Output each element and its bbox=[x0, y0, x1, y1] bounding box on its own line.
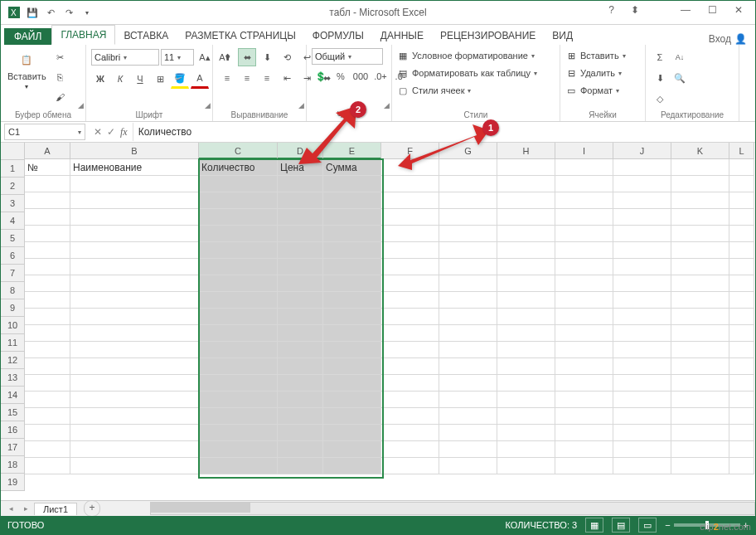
row-header[interactable]: 9 bbox=[1, 299, 25, 317]
cell[interactable] bbox=[497, 159, 555, 176]
cell[interactable] bbox=[613, 375, 671, 392]
cell[interactable] bbox=[323, 358, 381, 375]
cell[interactable] bbox=[497, 425, 555, 441]
cell[interactable] bbox=[729, 441, 754, 458]
comma-icon[interactable]: 000 bbox=[351, 67, 370, 85]
cell[interactable] bbox=[199, 275, 278, 292]
cell[interactable] bbox=[25, 176, 70, 192]
cell[interactable] bbox=[323, 325, 381, 342]
cell[interactable] bbox=[439, 458, 497, 474]
row-header[interactable]: 17 bbox=[1, 439, 25, 456]
tab-formulas[interactable]: ФОРМУЛЫ bbox=[304, 27, 372, 45]
cell[interactable] bbox=[70, 292, 199, 309]
cell[interactable] bbox=[323, 192, 381, 209]
cell[interactable] bbox=[729, 259, 754, 275]
cell[interactable] bbox=[381, 209, 439, 226]
autosum-icon[interactable]: Σ bbox=[651, 48, 669, 66]
cell[interactable] bbox=[199, 176, 278, 192]
view-normal-icon[interactable]: ▦ bbox=[585, 518, 603, 533]
tab-nav-last-icon[interactable]: ▸ bbox=[19, 503, 32, 514]
cell[interactable] bbox=[323, 292, 381, 309]
cell[interactable] bbox=[323, 342, 381, 358]
align-left-icon[interactable]: ≡ bbox=[218, 69, 236, 87]
cell[interactable] bbox=[25, 259, 70, 275]
cell[interactable] bbox=[613, 392, 671, 408]
cell[interactable] bbox=[555, 226, 613, 242]
column-header[interactable]: L bbox=[729, 143, 754, 159]
undo-icon[interactable]: ↶ bbox=[44, 6, 57, 19]
cell[interactable] bbox=[381, 325, 439, 342]
cell[interactable] bbox=[671, 159, 729, 176]
cell[interactable] bbox=[439, 159, 497, 176]
cell[interactable] bbox=[439, 209, 497, 226]
cell[interactable] bbox=[25, 209, 70, 226]
sort-filter-icon[interactable]: A↓ bbox=[671, 48, 689, 66]
close-button[interactable]: ✕ bbox=[725, 1, 752, 19]
cell[interactable] bbox=[25, 425, 70, 441]
row-header[interactable]: 19 bbox=[1, 474, 25, 491]
view-layout-icon[interactable]: ▤ bbox=[612, 518, 630, 533]
cell[interactable] bbox=[25, 242, 70, 259]
cell[interactable] bbox=[278, 458, 323, 474]
cell[interactable] bbox=[439, 226, 497, 242]
row-header[interactable]: 13 bbox=[1, 369, 25, 387]
cell[interactable]: Наименование bbox=[70, 159, 199, 176]
cell[interactable] bbox=[555, 425, 613, 441]
cell[interactable] bbox=[671, 358, 729, 375]
cell[interactable] bbox=[497, 375, 555, 392]
cell[interactable] bbox=[323, 441, 381, 458]
tab-view[interactable]: ВИД bbox=[544, 27, 581, 45]
row-header[interactable]: 6 bbox=[1, 247, 25, 265]
name-box[interactable]: C1▾ bbox=[4, 124, 85, 140]
cell[interactable] bbox=[497, 358, 555, 375]
cell[interactable] bbox=[323, 309, 381, 325]
row-header[interactable]: 15 bbox=[1, 404, 25, 421]
cell[interactable] bbox=[381, 342, 439, 358]
align-middle-icon[interactable]: ⬌ bbox=[238, 48, 256, 66]
cell[interactable] bbox=[381, 275, 439, 292]
paste-button[interactable]: 📋 Вставить ▾ bbox=[6, 48, 48, 92]
cell[interactable] bbox=[199, 309, 278, 325]
column-header[interactable]: C bbox=[199, 143, 278, 159]
cell[interactable] bbox=[381, 226, 439, 242]
redo-icon[interactable]: ↷ bbox=[62, 6, 75, 19]
cell[interactable] bbox=[199, 408, 278, 425]
cell[interactable] bbox=[70, 458, 199, 474]
cell[interactable] bbox=[671, 176, 729, 192]
cell[interactable] bbox=[613, 159, 671, 176]
cell[interactable] bbox=[497, 342, 555, 358]
cell[interactable] bbox=[25, 458, 70, 474]
cell[interactable] bbox=[671, 458, 729, 474]
cell[interactable] bbox=[497, 242, 555, 259]
cell[interactable] bbox=[555, 408, 613, 425]
cell[interactable] bbox=[278, 441, 323, 458]
currency-icon[interactable]: 💲 bbox=[312, 67, 330, 85]
cell[interactable] bbox=[381, 458, 439, 474]
cell[interactable] bbox=[25, 441, 70, 458]
row-header[interactable]: 14 bbox=[1, 387, 25, 404]
cell[interactable] bbox=[70, 242, 199, 259]
cell[interactable] bbox=[278, 176, 323, 192]
cell[interactable] bbox=[671, 375, 729, 392]
row-header[interactable]: 11 bbox=[1, 334, 25, 352]
cell[interactable] bbox=[381, 392, 439, 408]
cell[interactable] bbox=[555, 342, 613, 358]
tab-home[interactable]: ГЛАВНАЯ bbox=[51, 25, 115, 45]
cell[interactable] bbox=[555, 441, 613, 458]
sheet-tab[interactable]: Лист1 bbox=[34, 503, 77, 515]
cell[interactable] bbox=[25, 325, 70, 342]
cell[interactable] bbox=[555, 209, 613, 226]
cell[interactable] bbox=[199, 425, 278, 441]
cell[interactable] bbox=[497, 458, 555, 474]
cell[interactable] bbox=[729, 375, 754, 392]
cell[interactable] bbox=[199, 458, 278, 474]
cell[interactable] bbox=[381, 242, 439, 259]
cut-icon[interactable]: ✂ bbox=[51, 48, 70, 66]
cell[interactable] bbox=[278, 226, 323, 242]
cell[interactable] bbox=[439, 342, 497, 358]
border-icon[interactable]: ⊞ bbox=[151, 70, 169, 88]
cell[interactable] bbox=[671, 408, 729, 425]
cell[interactable] bbox=[199, 292, 278, 309]
column-header[interactable]: K bbox=[671, 143, 729, 159]
row-header[interactable]: 16 bbox=[1, 421, 25, 439]
